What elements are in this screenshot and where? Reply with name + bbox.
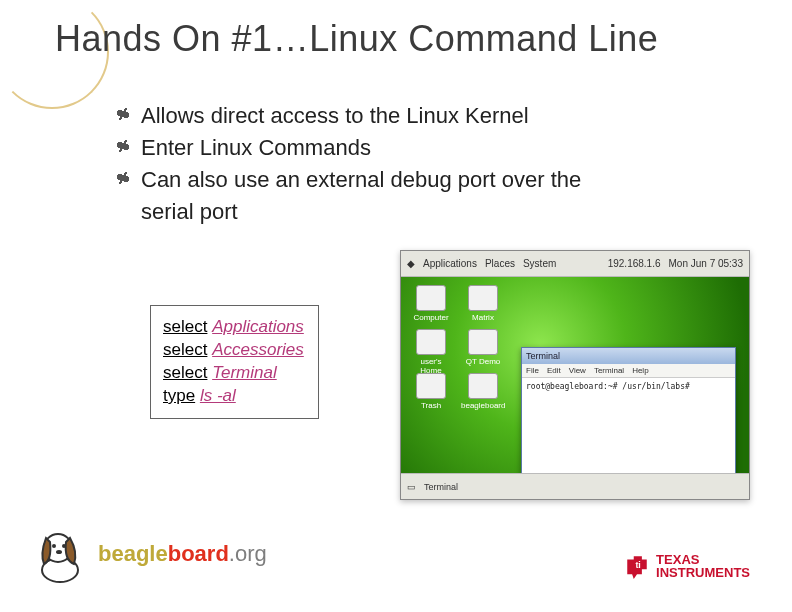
instruction-line: select Accessories <box>163 339 304 362</box>
terminal-menu-item: View <box>569 366 586 375</box>
instruction-target: Applications <box>212 317 304 336</box>
ti-logo: ti TEXAS INSTRUMENTS <box>624 553 750 580</box>
menu-places: Places <box>485 258 515 269</box>
desktop-icon: Trash <box>409 373 453 410</box>
foot-icon: ◆ <box>407 258 415 269</box>
bullet-list: Allows direct access to the Linux Kernel… <box>115 100 735 228</box>
app-icon <box>468 329 498 355</box>
home-icon <box>416 329 446 355</box>
instruction-target: ls -al <box>200 386 236 405</box>
desktop-icon: user's Home <box>409 329 453 375</box>
instruction-keyword: select <box>163 317 207 336</box>
terminal-titlebar: Terminal <box>522 348 735 364</box>
instruction-line: select Applications <box>163 316 304 339</box>
desktop-icon: Computer <box>409 285 453 322</box>
app-icon <box>468 373 498 399</box>
clock-label: Mon Jun 7 05:33 <box>669 258 744 269</box>
menu-applications: Applications <box>423 258 477 269</box>
dog-icon <box>30 524 90 584</box>
instruction-line: select Terminal <box>163 362 304 385</box>
desktop-screenshot: ◆ Applications Places System 192.168.1.6… <box>400 250 750 500</box>
bullet-item: Allows direct access to the Linux Kernel <box>115 100 735 132</box>
svg-point-3 <box>62 544 66 548</box>
terminal-window: Terminal File Edit View Terminal Help ro… <box>521 347 736 477</box>
show-desktop-icon: ▭ <box>407 482 416 492</box>
taskbar-entry: Terminal <box>424 482 458 492</box>
instruction-keyword: select <box>163 340 207 359</box>
terminal-output: root@beagleboard:~# /usr/bin/labs# <box>522 378 735 395</box>
ti-wordmark: TEXAS INSTRUMENTS <box>656 553 750 580</box>
instruction-keyword: type <box>163 386 195 405</box>
desktop-wallpaper: Computer user's Home Trash Matrix QT Dem… <box>401 277 749 473</box>
terminal-menu-item: Terminal <box>594 366 624 375</box>
slide-title: Hands On #1…Linux Command Line <box>55 18 658 60</box>
bullet-item: Can also use an external debug port over… <box>115 164 735 196</box>
ip-label: 192.168.1.6 <box>608 258 661 269</box>
bottom-panel: ▭ Terminal <box>401 473 749 499</box>
svg-point-2 <box>52 544 56 548</box>
instruction-target: Terminal <box>212 363 277 382</box>
beagleboard-wordmark: beagleboard.org <box>98 541 267 567</box>
computer-icon <box>416 285 446 311</box>
beagleboard-logo: beagleboard.org <box>30 524 267 584</box>
menu-system: System <box>523 258 556 269</box>
instruction-line: type ls -al <box>163 385 304 408</box>
bullet-item: Enter Linux Commands <box>115 132 735 164</box>
svg-point-4 <box>56 550 62 554</box>
terminal-menu-item: Help <box>632 366 648 375</box>
instruction-keyword: select <box>163 363 207 382</box>
top-panel: ◆ Applications Places System 192.168.1.6… <box>401 251 749 277</box>
desktop-icon: QT Demo <box>461 329 505 366</box>
svg-text:ti: ti <box>635 561 640 571</box>
app-icon <box>468 285 498 311</box>
bullet-item-continuation: serial port <box>115 196 735 228</box>
instruction-box: select Applications select Accessories s… <box>150 305 319 419</box>
instruction-target: Accessories <box>212 340 304 359</box>
ti-chip-icon: ti <box>624 553 650 579</box>
terminal-menu-item: Edit <box>547 366 561 375</box>
terminal-menubar: File Edit View Terminal Help <box>522 364 735 378</box>
terminal-menu-item: File <box>526 366 539 375</box>
desktop-icon: Matrix <box>461 285 505 322</box>
desktop-icon: beagleboard <box>461 373 505 410</box>
trash-icon <box>416 373 446 399</box>
